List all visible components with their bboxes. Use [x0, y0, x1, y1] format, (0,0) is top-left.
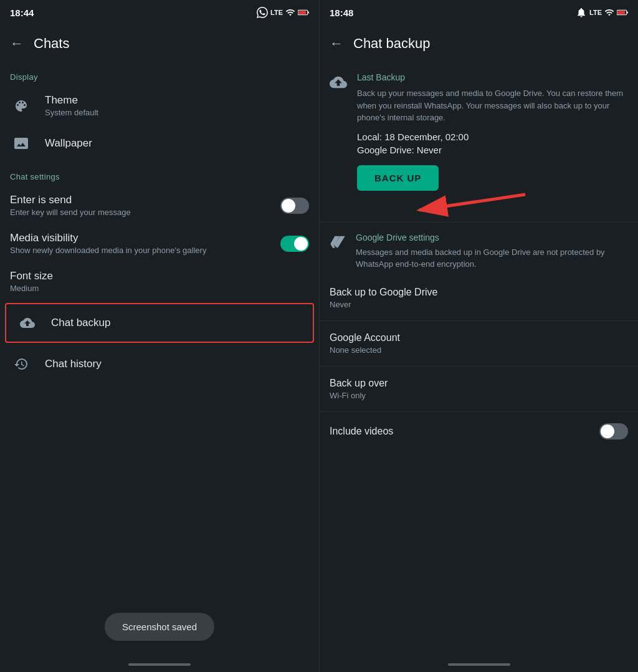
- chat-history-text: Chat history: [45, 358, 309, 370]
- backup-to-drive-item[interactable]: Back up to Google Drive Never: [320, 278, 638, 318]
- enter-is-send-knob: [282, 199, 295, 213]
- last-backup-content: Last Backup Back up your messages and me…: [357, 72, 628, 191]
- right-page-title: Chat backup: [353, 36, 431, 52]
- chat-history-title: Chat history: [45, 358, 309, 370]
- include-videos-item[interactable]: Include videos: [320, 415, 638, 448]
- right-status-icons: LTE: [576, 7, 628, 18]
- backup-now-button[interactable]: BACK UP: [357, 165, 439, 191]
- theme-subtitle: System default: [45, 108, 309, 117]
- theme-title: Theme: [45, 94, 309, 107]
- svg-rect-2: [298, 11, 306, 14]
- enter-is-send-subtitle: Enter key will send your message: [10, 208, 280, 217]
- google-account-subtitle: None selected: [330, 345, 628, 355]
- left-home-indicator: [128, 663, 191, 666]
- enter-is-send-text: Enter is send Enter key will send your m…: [10, 194, 280, 217]
- divider-3: [320, 366, 638, 367]
- media-visibility-toggle[interactable]: [280, 236, 309, 252]
- backup-to-drive-title: Back up to Google Drive: [330, 287, 628, 298]
- screenshot-toast: Screenshot saved: [105, 613, 214, 641]
- left-status-icons: LTE: [257, 7, 309, 18]
- right-mute-icon: [576, 7, 587, 18]
- enter-is-send-item[interactable]: Enter is send Enter key will send your m…: [0, 186, 319, 224]
- google-account-title: Google Account: [330, 332, 628, 343]
- right-back-button[interactable]: ←: [330, 36, 343, 52]
- left-page-title: Chats: [34, 36, 69, 52]
- right-status-bar: 18:48 LTE: [320, 0, 638, 25]
- right-top-bar: ← Chat backup: [320, 25, 638, 62]
- last-backup-description: Back up your messages and media to Googl…: [357, 87, 628, 124]
- last-backup-section: Last Backup Back up your messages and me…: [320, 62, 638, 201]
- chat-backup-item[interactable]: Chat backup: [5, 303, 314, 343]
- include-videos-title: Include videos: [330, 426, 599, 437]
- font-size-text: Font size Medium: [10, 270, 309, 293]
- drive-settings-section: Google Drive settings Messages and media…: [320, 225, 638, 278]
- wallpaper-text: Wallpaper: [45, 137, 309, 150]
- local-backup-date: Local: 18 December, 02:00: [357, 132, 628, 142]
- backup-over-item[interactable]: Back up over Wi-Fi only: [320, 369, 638, 409]
- font-size-item[interactable]: Font size Medium: [0, 262, 319, 300]
- last-backup-title: Last Backup: [357, 72, 628, 82]
- font-size-subtitle: Medium: [10, 284, 309, 293]
- backup-over-title: Back up over: [330, 378, 628, 389]
- svg-rect-1: [308, 12, 310, 14]
- theme-icon: [10, 95, 32, 117]
- chat-settings-label: Chat settings: [0, 162, 319, 186]
- left-time: 18:44: [10, 7, 34, 18]
- chat-history-item[interactable]: Chat history: [0, 345, 319, 383]
- right-time: 18:48: [330, 7, 353, 18]
- divider-1: [320, 222, 638, 223]
- font-size-title: Font size: [10, 270, 309, 282]
- drive-settings-content: Google Drive settings Messages and media…: [356, 233, 628, 271]
- svg-rect-5: [617, 11, 625, 14]
- divider-4: [320, 411, 638, 412]
- include-videos-knob: [601, 425, 614, 438]
- media-visibility-item[interactable]: Media visibility Show newly downloaded m…: [0, 224, 319, 262]
- left-top-bar: ← Chats: [0, 25, 319, 62]
- include-videos-toggle[interactable]: [599, 423, 628, 439]
- wallpaper-title: Wallpaper: [45, 137, 309, 150]
- right-battery-icon: [617, 9, 628, 16]
- right-signal-icon: [604, 7, 614, 17]
- left-panel: 18:44 LTE ← Chats Display: [0, 0, 319, 672]
- theme-item[interactable]: Theme System default: [0, 87, 319, 125]
- whatsapp-icon: [257, 7, 268, 18]
- display-section-label: Display: [0, 62, 319, 87]
- chat-history-icon: [10, 353, 32, 375]
- media-visibility-title: Media visibility: [10, 232, 280, 244]
- wallpaper-item[interactable]: Wallpaper: [0, 125, 319, 162]
- last-backup-cloud-icon: [330, 74, 347, 91]
- wallpaper-icon: [10, 132, 32, 155]
- drive-settings-title: Google Drive settings: [356, 233, 628, 242]
- battery-icon: [298, 9, 309, 16]
- google-drive-icon: [330, 234, 346, 250]
- screenshot-toast-text: Screenshot saved: [122, 622, 197, 632]
- enter-is-send-toggle[interactable]: [280, 198, 309, 214]
- right-panel: 18:48 LTE ← Chat backup L: [319, 0, 638, 672]
- divider-2: [320, 320, 638, 321]
- left-status-bar: 18:44 LTE: [0, 0, 319, 25]
- chat-backup-title: Chat backup: [51, 317, 303, 329]
- lte-icon: LTE: [270, 9, 283, 16]
- chat-backup-text: Chat backup: [51, 317, 303, 329]
- backup-over-subtitle: Wi-Fi only: [330, 391, 628, 400]
- theme-text: Theme System default: [45, 94, 309, 117]
- google-account-item[interactable]: Google Account None selected: [320, 324, 638, 363]
- media-visibility-subtitle: Show newly downloaded media in your phon…: [10, 246, 280, 255]
- media-visibility-text: Media visibility Show newly downloaded m…: [10, 232, 280, 255]
- signal-icon: [285, 7, 295, 17]
- drive-backup-date: Google Drive: Never: [357, 145, 628, 155]
- drive-settings-description: Messages and media backed up in Google D…: [356, 246, 628, 271]
- media-visibility-knob: [294, 237, 308, 251]
- left-back-button[interactable]: ←: [10, 36, 24, 52]
- chat-backup-icon: [16, 312, 39, 334]
- enter-is-send-title: Enter is send: [10, 194, 280, 206]
- backup-to-drive-subtitle: Never: [330, 300, 628, 309]
- right-lte-icon: LTE: [589, 9, 602, 16]
- right-home-indicator: [448, 663, 510, 666]
- svg-rect-4: [627, 12, 629, 14]
